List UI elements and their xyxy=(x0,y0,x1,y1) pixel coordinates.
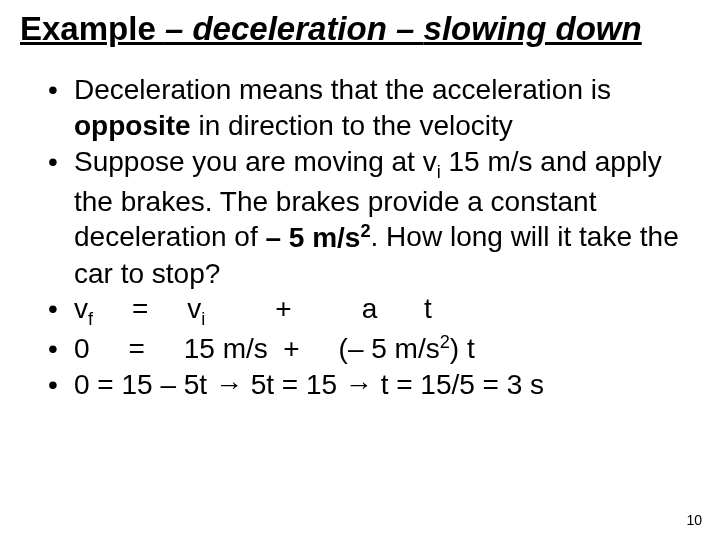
b4-text-a: 0 = 15 m/s + ( xyxy=(74,334,348,365)
b2-minus: – xyxy=(265,222,281,253)
slide-title: Example – deceleration – slowing down xyxy=(20,10,700,48)
b3-plus: + xyxy=(205,293,361,324)
b2-text-c: 5 m/s xyxy=(281,222,360,253)
b3-t: t xyxy=(424,293,432,324)
b5-text-b: 5t = 15 xyxy=(243,369,345,400)
arrow-icon: → xyxy=(345,369,373,400)
b3-eq: = xyxy=(93,293,187,324)
b3-a: a xyxy=(362,293,378,324)
bullet-5: 0 = 15 – 5t → 5t = 15 → t = 15/5 = 3 s xyxy=(48,367,700,403)
bullet-list: Deceleration means that the acceleration… xyxy=(20,72,700,403)
bullet-2: Suppose you are moving at vi 15 m/s and … xyxy=(48,144,700,292)
b3-sp xyxy=(377,293,424,324)
bullet-3: vf = vi + a t xyxy=(48,291,700,331)
b4-sup-2: 2 xyxy=(440,332,450,352)
b1-text-a: Deceleration means that the acceleration… xyxy=(74,74,611,105)
title-seg1: Example xyxy=(20,10,165,47)
b1-text-c: in direction to the velocity xyxy=(191,110,513,141)
b1-opposite: opposite xyxy=(74,110,191,141)
arrow-icon: → xyxy=(215,369,243,400)
b5-text-c: t = 15/5 = 3 s xyxy=(373,369,544,400)
b2-text-a: Suppose you are moving at v xyxy=(74,146,437,177)
b4-text-b: 5 m/s xyxy=(363,334,439,365)
b5-text-a: 0 = 15 – 5t xyxy=(74,369,215,400)
bullet-4: 0 = 15 m/s + (– 5 m/s2) t xyxy=(48,331,700,367)
bullet-1: Deceleration means that the acceleration… xyxy=(48,72,700,144)
b4-minus: – xyxy=(348,334,364,365)
b3-vf-v: v xyxy=(74,293,88,324)
b4-text-c: ) t xyxy=(450,334,475,365)
b3-vi-v: v xyxy=(187,293,201,324)
title-seg3: slowing down xyxy=(424,10,642,47)
title-seg2: – deceleration – xyxy=(165,10,424,47)
page-number: 10 xyxy=(686,512,702,528)
b2-sup-2: 2 xyxy=(360,220,370,240)
